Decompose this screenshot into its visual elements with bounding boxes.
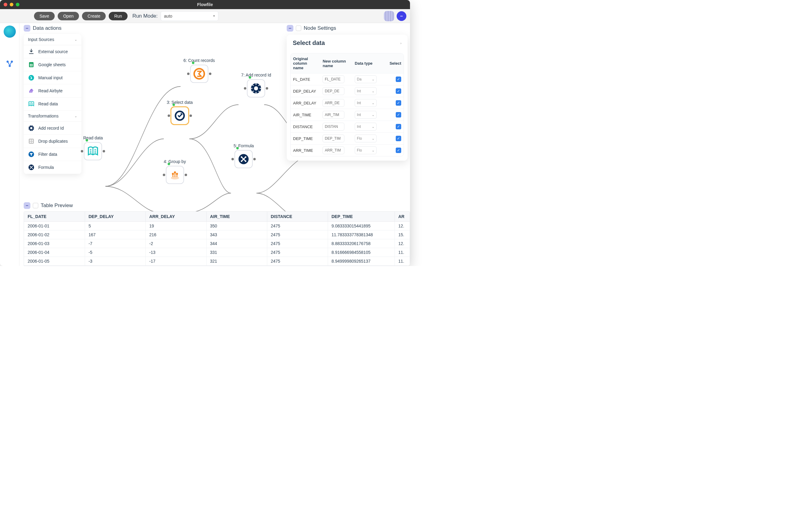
dtype-select[interactable]: Int⌄ [355,87,377,95]
preview-table: FL_DATEDEP_DELAYARR_DELAYAIR_TIMEDISTANC… [24,212,410,266]
dtype-select[interactable]: Int⌄ [355,99,377,107]
preview-cell: 15. [395,230,410,239]
newname-input[interactable] [323,123,344,131]
input-port[interactable] [163,174,165,176]
select-checkbox[interactable]: ✓ [396,112,401,117]
column-row: ARR_TIMEFlo⌄✓ [291,145,404,156]
run-mode-label: Run Mode: [132,13,158,19]
select-checkbox[interactable]: ✓ [396,136,401,141]
chevron-right-icon[interactable]: › [400,41,402,45]
newname-input[interactable] [323,99,344,107]
input-port[interactable] [231,158,234,160]
formula-icon [237,152,250,166]
newname-input[interactable] [323,146,344,154]
preview-col-header[interactable]: DEP_DELAY [85,212,146,222]
input-port[interactable] [244,87,246,90]
input-port[interactable] [187,73,190,75]
run-button[interactable]: Run [109,12,128,20]
minimize-window-button[interactable] [10,3,13,6]
preview-cell: 216 [146,230,206,239]
preview-cell: 343 [206,230,267,239]
dtype-select[interactable]: Flo⌄ [355,146,377,154]
status-dot [85,139,88,141]
preview-cell: -13 [146,248,206,257]
chevron-down-icon: ⌄ [372,137,375,140]
node-box[interactable] [166,166,184,184]
output-port[interactable] [266,87,268,90]
dtype-select[interactable]: Flo⌄ [355,134,377,142]
newname-input[interactable] [323,87,344,95]
node-box[interactable] [234,150,253,168]
preview-cell: 8.916666984558105 [328,248,395,257]
select-checkbox[interactable]: ✓ [396,148,401,153]
open-button[interactable]: Open [58,12,79,20]
dtype-select[interactable]: Int⌄ [355,123,377,131]
node-groupby[interactable]: 4: Group by [164,159,186,184]
scratch-button[interactable] [384,11,394,21]
node-box[interactable] [190,65,208,83]
output-port[interactable] [190,114,192,117]
save-button[interactable]: Save [34,12,55,20]
node-read_data[interactable]: Read data [83,135,103,160]
node-select[interactable]: 3: Select data [167,100,193,125]
output-port[interactable] [209,73,211,75]
dtype-select[interactable]: Int⌄ [355,111,377,119]
table-preview-collapse[interactable]: – [24,202,31,209]
column-row: ARR_DELAYInt⌄✓ [291,97,404,109]
newname-input[interactable] [323,134,344,142]
preview-cell: 19 [146,222,206,230]
node-settings-checkbox[interactable] [296,25,301,31]
preview-row: 2006-01-05-3-1732124758.9499998092651371… [24,257,410,266]
input-port[interactable] [81,150,83,152]
dtype-select[interactable]: Da⌄ [355,75,377,83]
node-box[interactable] [247,79,265,97]
newname-input[interactable] [323,75,344,83]
node-settings-title: Node Settings [304,25,336,31]
output-port[interactable] [253,158,256,160]
create-button[interactable]: Create [82,12,106,20]
column-row: FL_DATEDa⌄✓ [291,74,404,85]
node-recordid[interactable]: 7: Add record Id [241,73,271,97]
newname-input[interactable] [323,111,344,119]
chevron-down-icon: ⌄ [372,77,375,81]
node-formula[interactable]: 5: Formula [233,143,254,168]
preview-cell: -7 [85,239,146,248]
readdata-icon [86,145,100,158]
select-checkbox[interactable]: ✓ [396,88,401,94]
select-checkbox[interactable]: ✓ [396,124,401,129]
output-port[interactable] [103,150,105,152]
canvas-area[interactable]: – Data actions Input Sources⌄External so… [19,23,410,266]
run-mode-select[interactable]: auto ▾ [161,11,218,21]
preview-col-header[interactable]: AIR_TIME [206,212,267,222]
preview-col-header[interactable]: DEP_TIME [328,212,395,222]
maximize-window-button[interactable] [16,3,19,6]
preview-col-header[interactable]: FL_DATE [24,212,85,222]
node-count[interactable]: 6: Count records [184,58,215,83]
toolbar-left: Save Open Create Run Run Mode: auto ▾ [4,11,218,21]
select-checkbox[interactable]: ✓ [396,77,401,82]
preview-col-header[interactable]: ARR_DELAY [146,212,206,222]
round-minus-button[interactable]: – [397,11,406,21]
status-dot [172,103,175,106]
table-preview-checkbox[interactable] [33,203,38,208]
orig-col: ARR_TIME [291,145,320,156]
preview-cell: 2475 [267,222,328,230]
output-port[interactable] [185,174,187,176]
flow-view-icon[interactable] [5,59,14,68]
preview-col-header[interactable]: DISTANCE [267,212,328,222]
left-rail [0,23,19,266]
preview-cell: 11. [395,248,410,257]
preview-cell: 9.083333015441895 [328,222,395,230]
preview-cell: 8.949999809265137 [328,257,395,266]
input-port[interactable] [168,114,170,117]
node-settings-collapse[interactable]: – [287,25,293,32]
close-window-button[interactable] [4,3,7,6]
node-box[interactable] [84,142,102,160]
preview-cell: 8.883333206176758 [328,239,395,248]
select-checkbox[interactable]: ✓ [396,100,401,106]
preview-col-header[interactable]: AR [395,212,410,222]
titlebar: Flowfile [0,0,410,9]
node-box[interactable] [171,107,189,125]
node-settings-card-title: Select data [293,39,325,46]
chevron-down-icon: ⌄ [372,89,375,93]
